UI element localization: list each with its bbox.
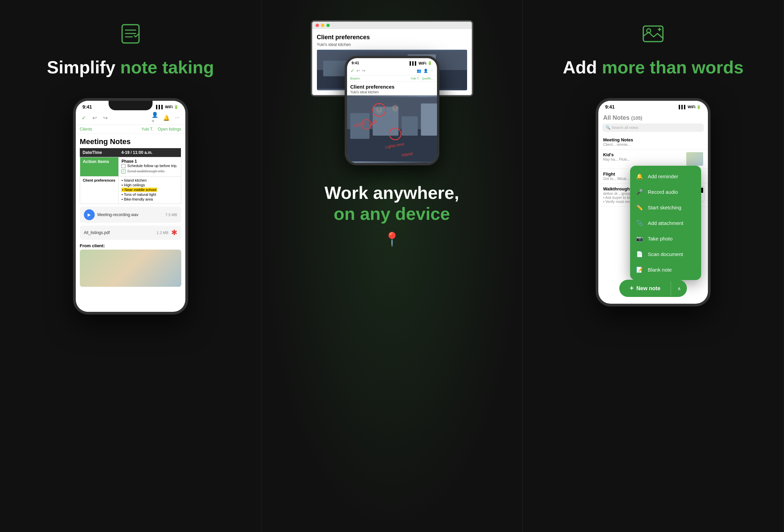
- new-note-button[interactable]: + New note: [619, 280, 671, 297]
- add-person-icon[interactable]: 👤+: [152, 114, 160, 122]
- battery-icon: 🔋: [174, 105, 179, 109]
- panel-2-bottom: Work anywhere, on any device 📍: [325, 182, 459, 247]
- reminder-label: Add reminder: [648, 174, 678, 179]
- bell-icon[interactable]: 🔔: [162, 114, 170, 122]
- breadcrumb-yuki: Yuki T.: [141, 127, 153, 132]
- checkbox-2: Send walkthrough info.: [121, 169, 178, 174]
- photo-label: Take photo: [648, 236, 672, 241]
- check-2: ✓: [350, 68, 354, 73]
- bell-menu-icon: 🔔: [636, 172, 644, 180]
- menu-item-blank[interactable]: 📝 Blank note: [630, 262, 701, 277]
- checkbox-1: Schedule follow up before trip.: [121, 164, 178, 168]
- audio-attachment: ▶ Meeting-recording.wav 7.5 MB: [80, 207, 181, 223]
- note-app: 9:41 ▌▌▌ WiFi 🔋 ✓ ↩ ↪ 👤+ 🔔 ···: [76, 101, 185, 312]
- paperclip-menu-icon: 📎: [636, 219, 644, 227]
- pref-1: • Island kitchen: [121, 178, 178, 182]
- scan-label: Scan document: [648, 251, 683, 257]
- signal-icon: ▌▌▌: [156, 105, 164, 109]
- status-time: 9:41: [83, 104, 92, 110]
- svg-rect-16: [401, 116, 418, 136]
- notes-search[interactable]: 🔍 Search all notes: [602, 123, 704, 132]
- redo-icon[interactable]: ↪: [101, 114, 110, 122]
- pdf-filename: All_listings.pdf: [84, 230, 154, 235]
- phone-notch: [109, 101, 153, 110]
- notes-list-header: All Notes (105): [598, 111, 708, 123]
- sketch-label: Start sketching: [648, 205, 681, 210]
- person-2: 👤: [423, 69, 428, 73]
- client-prefs-list: • Island kitchen • High ceilings • Near …: [119, 177, 181, 204]
- p3-status-icons: ▌▌▌ WiFi 🔋: [679, 105, 701, 109]
- notes-count: (105): [631, 115, 642, 121]
- menu-item-scan[interactable]: 📄 Scan document: [630, 246, 701, 262]
- menu-item-sketch[interactable]: ✏️ Start sketching: [630, 200, 701, 215]
- table-header-date: Date/Time: [80, 148, 119, 157]
- audio-filesize: 7.5 MB: [165, 213, 177, 217]
- client-image: [80, 250, 181, 287]
- phone-2-breadcrumb: Buyers Yuki T. Quelth...: [347, 75, 437, 82]
- breadcrumb-right: Yuki T. Open listings: [141, 127, 181, 132]
- redo-2: ↪: [362, 68, 365, 73]
- attachment-label: Add attachment: [648, 220, 683, 226]
- pdf-icon: ✱: [171, 228, 177, 237]
- pref-3: • Near middle school: [121, 188, 178, 192]
- menu-item-reminder[interactable]: 🔔 Add reminder: [630, 168, 701, 184]
- headline-white: Simplify: [47, 57, 120, 77]
- desktop-doc-title: Client preferences: [317, 34, 467, 41]
- panel3-phone: 9:41 ▌▌▌ WiFi 🔋 All Notes (105) 🔍 Search…: [596, 98, 711, 306]
- panel-3: Add more than words 9:41 ▌▌▌ WiFi 🔋 All …: [523, 0, 784, 532]
- new-note-chevron[interactable]: ∧: [671, 281, 687, 296]
- svg-rect-17: [421, 103, 437, 136]
- checkbox-1-label: Schedule follow up before trip.: [127, 164, 177, 168]
- menu-item-attachment[interactable]: 📎 Add attachment: [630, 215, 701, 231]
- breadcrumb-left: Clients: [80, 127, 92, 132]
- more-2: ···: [430, 69, 433, 73]
- wifi-2: WiFi: [418, 61, 426, 65]
- note-breadcrumb: Clients Yuki T. Open listings: [76, 125, 185, 134]
- play-button[interactable]: ▶: [84, 209, 95, 220]
- p3-headline-white: Add: [563, 57, 602, 77]
- phase-label: Phase 1: [121, 159, 178, 164]
- notes-header-text: All Notes: [603, 114, 629, 121]
- media-icon: [640, 20, 667, 47]
- pref-2: • High ceilings: [121, 183, 178, 187]
- pdf-filesize: 1.2 MB: [157, 231, 168, 235]
- note-icon: [117, 20, 144, 47]
- checkbox-unchecked: [121, 164, 125, 168]
- note-toolbar: ✓ ↩ ↪ 👤+ 🔔 ···: [76, 111, 185, 125]
- panel-2: Client preferences Yuki's ideal kitchen: [261, 0, 523, 532]
- from-client-label: From client:: [76, 241, 185, 250]
- p3-signal: ▌▌▌: [679, 105, 687, 109]
- new-note-label: New note: [636, 285, 660, 292]
- p2-headline-white: Work anywhere,: [325, 182, 459, 203]
- new-note-bar[interactable]: + New note ∧: [619, 280, 687, 297]
- menu-item-photo[interactable]: 📷 Take photo: [630, 231, 701, 246]
- note-menu-icon: 📝: [636, 265, 644, 274]
- headline-green: note taking: [120, 57, 214, 77]
- action-items-cell: Action Items: [80, 157, 119, 177]
- phone-mockup-2: 9:41 ▌▌▌ WiFi 🔋 ✓ ↩ ↪ 👥 👤 ···: [345, 56, 439, 165]
- p3-headline-green: more than words: [602, 57, 743, 77]
- phone-2-time: 9:41: [352, 61, 359, 65]
- audio-label: Record audio: [648, 189, 678, 195]
- signal-2: ▌▌▌: [410, 61, 417, 65]
- status-bar-2: 9:41 ▌▌▌ WiFi 🔋: [347, 58, 437, 66]
- status-icons: ▌▌▌ WiFi 🔋: [156, 105, 179, 109]
- menu-item-audio[interactable]: 🎤 Record audio: [630, 184, 701, 200]
- phone-2-toolbar: ✓ ↩ ↪ 👥 👤 ···: [347, 66, 437, 75]
- note-thumbnail: [686, 152, 703, 166]
- list-item[interactable]: Meeting Notes Client... omniw...: [598, 135, 708, 149]
- check-icon[interactable]: ✓: [80, 114, 88, 122]
- table-header-value: 4-19 / 11:00 a.m.: [119, 148, 181, 157]
- wifi-icon: WiFi: [165, 105, 173, 109]
- chevron-up-icon: ∧: [677, 286, 681, 291]
- new-note-plus: +: [630, 284, 634, 292]
- checkbox-2-label: Send walkthrough info.: [127, 169, 165, 173]
- kitchen-annotated-image: Island Lights here Island: [347, 95, 437, 163]
- p3-wifi: WiFi: [688, 105, 695, 109]
- scan-menu-icon: 📄: [636, 250, 644, 258]
- p3-status-bar: 9:41 ▌▌▌ WiFi 🔋: [598, 101, 708, 111]
- phone-2-doc-sub: Yuki's ideal kitchen: [347, 90, 437, 95]
- more-icon[interactable]: ···: [173, 114, 181, 122]
- phone-2-doc-title: Client preferences: [347, 82, 437, 90]
- undo-icon[interactable]: ↩: [91, 114, 99, 122]
